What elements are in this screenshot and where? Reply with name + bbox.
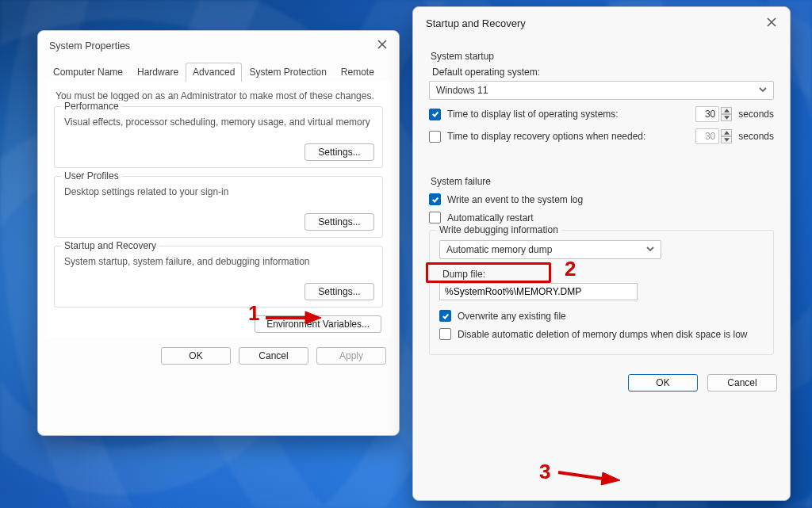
checkbox-disable-delete[interactable] bbox=[439, 328, 451, 340]
checkbox-write-event[interactable] bbox=[429, 193, 441, 205]
system-properties-dialog: System Properties Computer Name Hardware… bbox=[37, 30, 400, 436]
startup-recovery-dialog: Startup and Recovery System startup Defa… bbox=[412, 6, 791, 501]
svg-marker-3 bbox=[724, 138, 730, 141]
spin-up-icon bbox=[721, 129, 732, 136]
default-os-select[interactable]: Windows 11 bbox=[429, 81, 774, 100]
group-title: Write debugging information bbox=[436, 224, 561, 235]
tab-advanced[interactable]: Advanced bbox=[186, 63, 242, 82]
annotation-arrow-1 bbox=[266, 311, 321, 327]
group-performance: Performance Visual effects, processor sc… bbox=[54, 106, 383, 168]
default-os-label: Default operating system: bbox=[432, 67, 774, 78]
close-icon[interactable] bbox=[373, 37, 391, 54]
group-user-profiles: User Profiles Desktop settings related t… bbox=[54, 176, 383, 238]
section-system-startup: System startup bbox=[431, 51, 774, 62]
spinner-buttons[interactable] bbox=[721, 129, 732, 143]
dialog-title: System Properties bbox=[49, 40, 130, 52]
auto-restart-label: Automatically restart bbox=[447, 212, 534, 223]
close-icon[interactable] bbox=[763, 15, 780, 32]
dump-file-input[interactable] bbox=[439, 283, 638, 300]
spinner-buttons[interactable] bbox=[721, 107, 732, 121]
svg-line-6 bbox=[558, 472, 603, 479]
svg-marker-1 bbox=[724, 116, 730, 119]
display-os-list-label: Time to display list of operating system… bbox=[447, 109, 689, 120]
annotation-number-1: 1 bbox=[248, 303, 259, 323]
tab-remote[interactable]: Remote bbox=[334, 63, 381, 82]
profiles-settings-button[interactable]: Settings... bbox=[304, 213, 374, 231]
ok-button[interactable]: OK bbox=[628, 374, 698, 392]
checkbox-display-recovery[interactable] bbox=[429, 131, 441, 143]
checkbox-display-os-list[interactable] bbox=[429, 109, 441, 120]
annotation-box-2 bbox=[426, 262, 551, 283]
svg-marker-7 bbox=[601, 472, 620, 485]
dialog-title: Startup and Recovery bbox=[426, 17, 526, 29]
chevron-down-icon bbox=[759, 85, 767, 96]
default-os-value: Windows 11 bbox=[436, 85, 488, 96]
group-title: User Profiles bbox=[61, 170, 122, 181]
cancel-button[interactable]: Cancel bbox=[239, 347, 308, 365]
display-os-seconds-input[interactable]: 30 bbox=[695, 106, 719, 122]
section-system-failure: System failure bbox=[431, 176, 774, 187]
display-recovery-seconds-input[interactable]: 30 bbox=[695, 128, 719, 144]
cancel-button[interactable]: Cancel bbox=[707, 374, 777, 392]
dump-type-select[interactable]: Automatic memory dump bbox=[439, 240, 661, 259]
annotation-arrow-3 bbox=[558, 468, 620, 487]
admin-note: You must be logged on as an Administrato… bbox=[56, 90, 383, 101]
group-desc: System startup, system failure, and debu… bbox=[64, 256, 373, 267]
performance-settings-button[interactable]: Settings... bbox=[304, 143, 374, 161]
write-event-label: Write an event to the system log bbox=[447, 194, 583, 205]
annotation-number-2: 2 bbox=[565, 258, 576, 279]
tab-computer-name[interactable]: Computer Name bbox=[46, 63, 130, 82]
group-title: Startup and Recovery bbox=[61, 240, 159, 251]
annotation-number-3: 3 bbox=[539, 461, 550, 482]
ok-button[interactable]: OK bbox=[161, 347, 231, 365]
dialog-footer: OK Cancel Apply bbox=[38, 342, 399, 374]
titlebar: Startup and Recovery bbox=[413, 7, 790, 36]
tab-system-protection[interactable]: System Protection bbox=[242, 63, 333, 82]
dump-type-value: Automatic memory dump bbox=[446, 244, 552, 255]
overwrite-label: Overwrite any existing file bbox=[458, 311, 566, 322]
chevron-down-icon bbox=[646, 244, 654, 255]
spin-up-icon bbox=[721, 107, 732, 114]
group-title: Performance bbox=[61, 101, 122, 112]
spin-down-icon bbox=[721, 136, 732, 143]
checkbox-auto-restart[interactable] bbox=[429, 212, 441, 223]
apply-button[interactable]: Apply bbox=[316, 347, 386, 365]
group-write-debugging: Write debugging information Automatic me… bbox=[429, 230, 774, 355]
svg-marker-2 bbox=[724, 131, 730, 134]
dialog-footer: OK Cancel bbox=[413, 368, 790, 401]
checkbox-overwrite[interactable] bbox=[439, 310, 451, 322]
group-desc: Desktop settings related to your sign-in bbox=[64, 186, 373, 197]
seconds-unit: seconds bbox=[738, 109, 774, 120]
group-startup-recovery: Startup and Recovery System startup, sys… bbox=[54, 246, 383, 307]
tab-page-advanced: You must be logged on as an Administrato… bbox=[46, 81, 391, 338]
startup-settings-button[interactable]: Settings... bbox=[304, 283, 374, 300]
svg-marker-5 bbox=[305, 311, 321, 324]
titlebar: System Properties bbox=[38, 31, 399, 57]
seconds-unit: seconds bbox=[738, 131, 774, 142]
tab-hardware[interactable]: Hardware bbox=[130, 63, 186, 82]
svg-marker-0 bbox=[724, 109, 730, 112]
tab-strip: Computer Name Hardware Advanced System P… bbox=[38, 57, 399, 81]
display-recovery-label: Time to display recovery options when ne… bbox=[447, 131, 689, 142]
group-desc: Visual effects, processor scheduling, me… bbox=[64, 116, 373, 128]
spin-down-icon bbox=[721, 114, 732, 121]
disable-delete-label: Disable automatic deletion of memory dum… bbox=[458, 329, 748, 340]
